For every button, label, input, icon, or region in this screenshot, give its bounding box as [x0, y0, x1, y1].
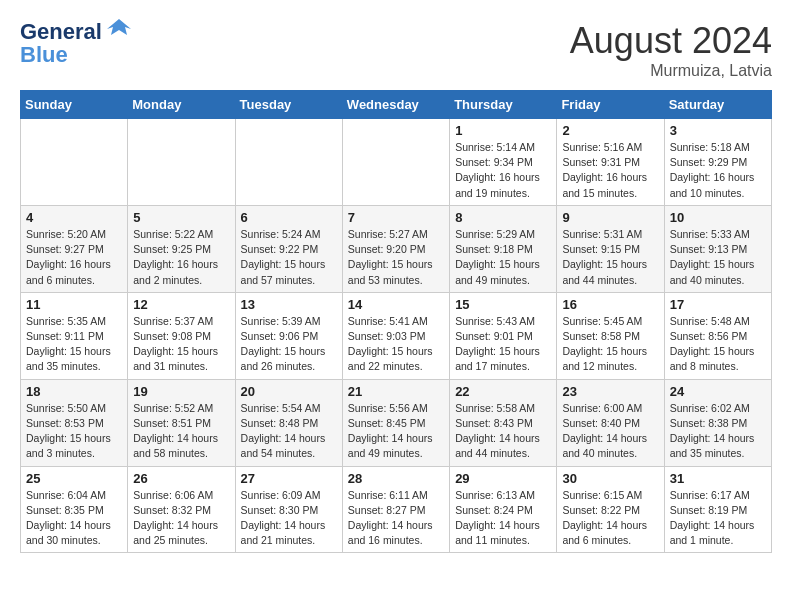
- calendar-header: SundayMondayTuesdayWednesdayThursdayFrid…: [21, 91, 772, 119]
- day-info: Sunrise: 5:43 AM Sunset: 9:01 PM Dayligh…: [455, 314, 551, 375]
- week-row-1: 1Sunrise: 5:14 AM Sunset: 9:34 PM Daylig…: [21, 119, 772, 206]
- day-info: Sunrise: 6:02 AM Sunset: 8:38 PM Dayligh…: [670, 401, 766, 462]
- calendar-cell: 17Sunrise: 5:48 AM Sunset: 8:56 PM Dayli…: [664, 292, 771, 379]
- day-number: 6: [241, 210, 337, 225]
- weekday-header-sunday: Sunday: [21, 91, 128, 119]
- calendar-cell: 20Sunrise: 5:54 AM Sunset: 8:48 PM Dayli…: [235, 379, 342, 466]
- day-number: 5: [133, 210, 229, 225]
- day-number: 19: [133, 384, 229, 399]
- logo-text-general: General: [20, 19, 102, 44]
- day-info: Sunrise: 5:16 AM Sunset: 9:31 PM Dayligh…: [562, 140, 658, 201]
- day-number: 20: [241, 384, 337, 399]
- calendar-cell: 6Sunrise: 5:24 AM Sunset: 9:22 PM Daylig…: [235, 205, 342, 292]
- day-number: 12: [133, 297, 229, 312]
- weekday-header-saturday: Saturday: [664, 91, 771, 119]
- day-info: Sunrise: 6:04 AM Sunset: 8:35 PM Dayligh…: [26, 488, 122, 549]
- day-number: 13: [241, 297, 337, 312]
- logo-text-blue: Blue: [20, 44, 133, 66]
- day-info: Sunrise: 6:06 AM Sunset: 8:32 PM Dayligh…: [133, 488, 229, 549]
- day-number: 2: [562, 123, 658, 138]
- calendar-cell: 8Sunrise: 5:29 AM Sunset: 9:18 PM Daylig…: [450, 205, 557, 292]
- day-info: Sunrise: 6:00 AM Sunset: 8:40 PM Dayligh…: [562, 401, 658, 462]
- day-number: 24: [670, 384, 766, 399]
- calendar-cell: 26Sunrise: 6:06 AM Sunset: 8:32 PM Dayli…: [128, 466, 235, 553]
- calendar-cell: 3Sunrise: 5:18 AM Sunset: 9:29 PM Daylig…: [664, 119, 771, 206]
- day-number: 1: [455, 123, 551, 138]
- calendar-cell: 12Sunrise: 5:37 AM Sunset: 9:08 PM Dayli…: [128, 292, 235, 379]
- day-info: Sunrise: 6:13 AM Sunset: 8:24 PM Dayligh…: [455, 488, 551, 549]
- day-number: 29: [455, 471, 551, 486]
- weekday-header-row: SundayMondayTuesdayWednesdayThursdayFrid…: [21, 91, 772, 119]
- day-info: Sunrise: 6:15 AM Sunset: 8:22 PM Dayligh…: [562, 488, 658, 549]
- day-number: 31: [670, 471, 766, 486]
- day-info: Sunrise: 5:20 AM Sunset: 9:27 PM Dayligh…: [26, 227, 122, 288]
- week-row-2: 4Sunrise: 5:20 AM Sunset: 9:27 PM Daylig…: [21, 205, 772, 292]
- calendar-cell: [342, 119, 449, 206]
- svg-marker-0: [107, 19, 131, 35]
- day-number: 9: [562, 210, 658, 225]
- day-info: Sunrise: 5:14 AM Sunset: 9:34 PM Dayligh…: [455, 140, 551, 201]
- day-info: Sunrise: 5:39 AM Sunset: 9:06 PM Dayligh…: [241, 314, 337, 375]
- day-info: Sunrise: 5:41 AM Sunset: 9:03 PM Dayligh…: [348, 314, 444, 375]
- day-info: Sunrise: 6:11 AM Sunset: 8:27 PM Dayligh…: [348, 488, 444, 549]
- day-info: Sunrise: 5:56 AM Sunset: 8:45 PM Dayligh…: [348, 401, 444, 462]
- day-number: 15: [455, 297, 551, 312]
- day-info: Sunrise: 5:58 AM Sunset: 8:43 PM Dayligh…: [455, 401, 551, 462]
- day-number: 21: [348, 384, 444, 399]
- day-info: Sunrise: 5:54 AM Sunset: 8:48 PM Dayligh…: [241, 401, 337, 462]
- day-info: Sunrise: 5:22 AM Sunset: 9:25 PM Dayligh…: [133, 227, 229, 288]
- calendar-cell: 2Sunrise: 5:16 AM Sunset: 9:31 PM Daylig…: [557, 119, 664, 206]
- day-info: Sunrise: 5:50 AM Sunset: 8:53 PM Dayligh…: [26, 401, 122, 462]
- week-row-4: 18Sunrise: 5:50 AM Sunset: 8:53 PM Dayli…: [21, 379, 772, 466]
- calendar-cell: 16Sunrise: 5:45 AM Sunset: 8:58 PM Dayli…: [557, 292, 664, 379]
- day-info: Sunrise: 5:45 AM Sunset: 8:58 PM Dayligh…: [562, 314, 658, 375]
- logo: General Blue: [20, 20, 133, 66]
- week-row-5: 25Sunrise: 6:04 AM Sunset: 8:35 PM Dayli…: [21, 466, 772, 553]
- title-block: August 2024 Murmuiza, Latvia: [570, 20, 772, 80]
- calendar-cell: [21, 119, 128, 206]
- day-info: Sunrise: 5:29 AM Sunset: 9:18 PM Dayligh…: [455, 227, 551, 288]
- weekday-header-tuesday: Tuesday: [235, 91, 342, 119]
- calendar-cell: 31Sunrise: 6:17 AM Sunset: 8:19 PM Dayli…: [664, 466, 771, 553]
- calendar-cell: 22Sunrise: 5:58 AM Sunset: 8:43 PM Dayli…: [450, 379, 557, 466]
- weekday-header-wednesday: Wednesday: [342, 91, 449, 119]
- day-number: 7: [348, 210, 444, 225]
- day-number: 10: [670, 210, 766, 225]
- day-info: Sunrise: 5:37 AM Sunset: 9:08 PM Dayligh…: [133, 314, 229, 375]
- day-number: 27: [241, 471, 337, 486]
- calendar-cell: 14Sunrise: 5:41 AM Sunset: 9:03 PM Dayli…: [342, 292, 449, 379]
- day-number: 4: [26, 210, 122, 225]
- calendar-cell: 19Sunrise: 5:52 AM Sunset: 8:51 PM Dayli…: [128, 379, 235, 466]
- day-number: 3: [670, 123, 766, 138]
- day-info: Sunrise: 5:27 AM Sunset: 9:20 PM Dayligh…: [348, 227, 444, 288]
- calendar-cell: 4Sunrise: 5:20 AM Sunset: 9:27 PM Daylig…: [21, 205, 128, 292]
- calendar-cell: 1Sunrise: 5:14 AM Sunset: 9:34 PM Daylig…: [450, 119, 557, 206]
- day-number: 23: [562, 384, 658, 399]
- location: Murmuiza, Latvia: [570, 62, 772, 80]
- day-info: Sunrise: 5:52 AM Sunset: 8:51 PM Dayligh…: [133, 401, 229, 462]
- calendar-cell: 28Sunrise: 6:11 AM Sunset: 8:27 PM Dayli…: [342, 466, 449, 553]
- day-number: 22: [455, 384, 551, 399]
- day-info: Sunrise: 5:48 AM Sunset: 8:56 PM Dayligh…: [670, 314, 766, 375]
- day-number: 25: [26, 471, 122, 486]
- day-number: 11: [26, 297, 122, 312]
- calendar-cell: 21Sunrise: 5:56 AM Sunset: 8:45 PM Dayli…: [342, 379, 449, 466]
- calendar-cell: 7Sunrise: 5:27 AM Sunset: 9:20 PM Daylig…: [342, 205, 449, 292]
- calendar-cell: 9Sunrise: 5:31 AM Sunset: 9:15 PM Daylig…: [557, 205, 664, 292]
- weekday-header-monday: Monday: [128, 91, 235, 119]
- day-number: 18: [26, 384, 122, 399]
- calendar-cell: 29Sunrise: 6:13 AM Sunset: 8:24 PM Dayli…: [450, 466, 557, 553]
- calendar-cell: 25Sunrise: 6:04 AM Sunset: 8:35 PM Dayli…: [21, 466, 128, 553]
- day-number: 17: [670, 297, 766, 312]
- month-title: August 2024: [570, 20, 772, 62]
- day-info: Sunrise: 5:31 AM Sunset: 9:15 PM Dayligh…: [562, 227, 658, 288]
- calendar-cell: 5Sunrise: 5:22 AM Sunset: 9:25 PM Daylig…: [128, 205, 235, 292]
- day-number: 30: [562, 471, 658, 486]
- calendar-body: 1Sunrise: 5:14 AM Sunset: 9:34 PM Daylig…: [21, 119, 772, 553]
- day-number: 16: [562, 297, 658, 312]
- calendar-cell: 11Sunrise: 5:35 AM Sunset: 9:11 PM Dayli…: [21, 292, 128, 379]
- day-info: Sunrise: 5:24 AM Sunset: 9:22 PM Dayligh…: [241, 227, 337, 288]
- calendar-cell: 24Sunrise: 6:02 AM Sunset: 8:38 PM Dayli…: [664, 379, 771, 466]
- calendar-cell: [235, 119, 342, 206]
- calendar-cell: 18Sunrise: 5:50 AM Sunset: 8:53 PM Dayli…: [21, 379, 128, 466]
